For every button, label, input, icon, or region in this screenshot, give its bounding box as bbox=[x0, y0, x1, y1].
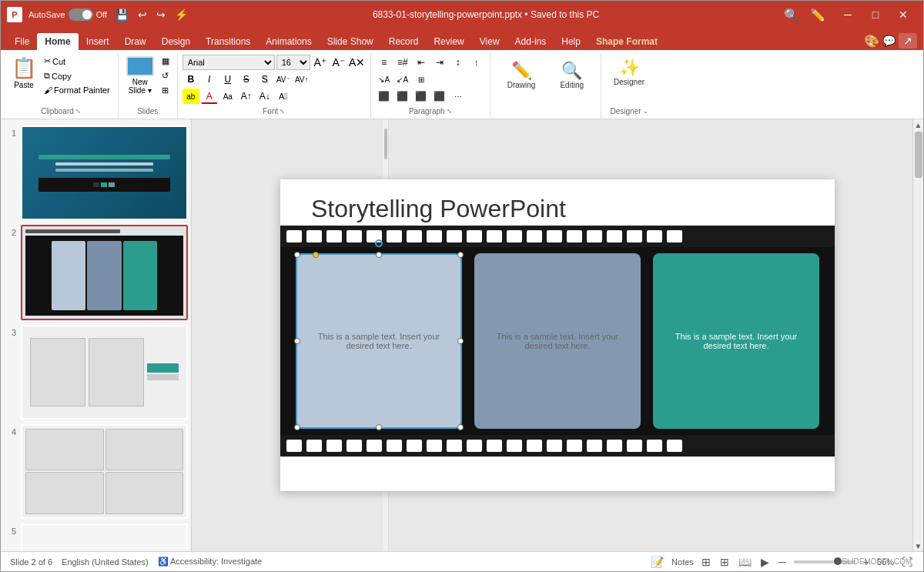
slide-thumb-3[interactable]: 3 bbox=[4, 325, 188, 420]
font-color-button[interactable]: A bbox=[201, 89, 218, 104]
slide-thumb-5[interactable]: 5 📚 bbox=[4, 523, 188, 551]
char-spacing-button[interactable]: AV⁻ bbox=[275, 72, 292, 87]
handle-br[interactable] bbox=[457, 424, 464, 430]
copy-button[interactable]: ⧉ Copy bbox=[41, 69, 113, 82]
slide-sorter-icon[interactable]: ⊞ bbox=[718, 554, 731, 570]
align-right-button[interactable]: ⬛ bbox=[413, 89, 430, 104]
zoom-out-icon[interactable]: ─ bbox=[777, 554, 788, 570]
designer-expand-icon[interactable]: ⌄ bbox=[643, 108, 648, 115]
reading-view-icon[interactable]: 📖 bbox=[737, 554, 753, 570]
share-button[interactable]: ↗ bbox=[899, 33, 917, 49]
tab-help[interactable]: Help bbox=[554, 33, 588, 50]
scroll-thumb[interactable] bbox=[915, 132, 922, 178]
align-center-button[interactable]: ⬛ bbox=[394, 89, 411, 104]
handle-tr[interactable] bbox=[457, 252, 464, 258]
handle-bl[interactable] bbox=[294, 424, 300, 430]
tab-animations[interactable]: Animations bbox=[258, 33, 319, 50]
italic-button[interactable]: I bbox=[201, 72, 218, 87]
clear-format-button[interactable]: A✕ bbox=[349, 55, 366, 70]
increase-indent-button[interactable]: ⇥ bbox=[431, 55, 448, 70]
layout-button[interactable]: ▦ bbox=[159, 55, 172, 68]
tab-addins[interactable]: Add-ins bbox=[507, 33, 554, 50]
scroll-down-arrow[interactable]: ▼ bbox=[913, 540, 924, 551]
share-icon[interactable]: ✏️ bbox=[808, 6, 828, 24]
notes-button[interactable]: 📝 bbox=[649, 554, 665, 570]
drawing-button[interactable]: ✏️ Drawing bbox=[500, 58, 544, 92]
rotate-handle[interactable] bbox=[375, 239, 383, 247]
slide-thumb-1[interactable]: 1 bbox=[4, 125, 188, 220]
highlight-button[interactable]: ab bbox=[182, 89, 199, 104]
smart-lookup-button[interactable]: ⋯ bbox=[450, 89, 467, 104]
text-direction2-button[interactable]: ↙A bbox=[394, 72, 411, 87]
justify-button[interactable]: ⬛ bbox=[431, 89, 448, 104]
restore-button[interactable]: □ bbox=[862, 1, 889, 28]
handle-mr[interactable] bbox=[457, 338, 464, 344]
cols-button[interactable]: ⫶ bbox=[468, 55, 485, 70]
increase-font-button[interactable]: A⁺ bbox=[312, 55, 329, 70]
panel-scroll-thumb[interactable] bbox=[384, 129, 387, 159]
numbering-button[interactable]: ≡# bbox=[394, 55, 411, 70]
slide-thumb-4[interactable]: 4 bbox=[4, 424, 188, 519]
clear-all-button[interactable]: A⃝ bbox=[275, 89, 292, 104]
format-painter-button[interactable]: 🖌 Format Painter bbox=[41, 84, 113, 96]
tab-transitions[interactable]: Transitions bbox=[198, 33, 258, 50]
scroll-up-arrow[interactable]: ▲ bbox=[913, 119, 924, 130]
autosave-toggle[interactable] bbox=[69, 8, 93, 21]
film-frame-3[interactable]: This is a sample text. Insert your desir… bbox=[653, 253, 819, 429]
comments-icon[interactable]: 💬 bbox=[882, 35, 896, 47]
decrease-font-button[interactable]: A⁻ bbox=[330, 55, 347, 70]
yellow-handle[interactable] bbox=[313, 252, 319, 258]
redo-icon[interactable]: ↪ bbox=[154, 7, 168, 22]
handle-ml[interactable] bbox=[294, 338, 300, 344]
bullets-button[interactable]: ≡ bbox=[376, 55, 393, 70]
text-direction-button[interactable]: ↘A bbox=[376, 72, 393, 87]
handle-tl[interactable] bbox=[294, 252, 300, 258]
handle-bm[interactable] bbox=[376, 424, 382, 430]
new-slide-button[interactable]: New Slide ▾ bbox=[123, 55, 157, 96]
line-spacing-button[interactable]: ↕ bbox=[450, 55, 467, 70]
decrease-size-button[interactable]: A↓ bbox=[256, 89, 273, 104]
notes-label[interactable]: Notes bbox=[671, 557, 694, 567]
slideshow-icon[interactable]: ▶ bbox=[759, 554, 771, 570]
designer-button[interactable]: ✨ Designer bbox=[606, 55, 652, 89]
shadow-button[interactable]: S bbox=[256, 72, 273, 87]
close-button[interactable]: ✕ bbox=[889, 1, 917, 28]
film-frame-2[interactable]: This is a sample text. Insert your desir… bbox=[474, 253, 641, 429]
clipboard-expand-icon[interactable]: ⤡ bbox=[75, 108, 81, 115]
slide-thumb-2[interactable]: 2 bbox=[4, 225, 188, 319]
paste-button[interactable]: 📋 Paste bbox=[8, 55, 39, 91]
underline-button[interactable]: U bbox=[219, 72, 236, 87]
tab-slideshow[interactable]: Slide Show bbox=[320, 33, 381, 50]
font-name-select[interactable]: Arial bbox=[182, 55, 275, 70]
cut-button[interactable]: ✂ Cut bbox=[41, 55, 113, 68]
normal-view-icon[interactable]: ⊞ bbox=[700, 554, 712, 570]
align-left-button[interactable]: ⬛ bbox=[376, 89, 393, 104]
tab-view[interactable]: View bbox=[472, 33, 507, 50]
tab-review[interactable]: Review bbox=[426, 33, 471, 50]
strikethrough-button[interactable]: S bbox=[238, 72, 255, 87]
search-icon[interactable]: 🔍 bbox=[782, 6, 802, 24]
save-icon[interactable]: 💾 bbox=[113, 7, 131, 22]
tab-design[interactable]: Design bbox=[154, 33, 198, 50]
ribbon-collapse-icon[interactable]: 🎨 bbox=[864, 34, 879, 49]
tab-draw[interactable]: Draw bbox=[117, 33, 154, 50]
tab-record[interactable]: Record bbox=[381, 33, 427, 50]
tab-insert[interactable]: Insert bbox=[79, 33, 117, 50]
film-frame-1[interactable]: This is a sample text. Insert your desir… bbox=[296, 253, 462, 429]
tab-shape-format[interactable]: Shape Format bbox=[588, 33, 665, 50]
customize-qa-icon[interactable]: ⚡ bbox=[172, 7, 190, 22]
editing-button[interactable]: 🔍 Editing bbox=[552, 58, 591, 92]
char-spacing2-button[interactable]: AV↑ bbox=[293, 72, 310, 87]
font-size-select[interactable]: 16 bbox=[276, 55, 310, 70]
tab-home[interactable]: Home bbox=[37, 33, 78, 50]
font-expand-icon[interactable]: ⤡ bbox=[280, 108, 285, 115]
undo-icon[interactable]: ↩ bbox=[136, 7, 149, 22]
decrease-indent-button[interactable]: ⇤ bbox=[413, 55, 430, 70]
handle-tm[interactable] bbox=[376, 252, 382, 258]
tab-file[interactable]: File bbox=[7, 33, 37, 50]
bold-button[interactable]: B bbox=[182, 72, 199, 87]
minimize-button[interactable]: ─ bbox=[834, 1, 862, 28]
convert-to-smartart-button[interactable]: ⊞ bbox=[413, 72, 430, 87]
section-button[interactable]: ⊞ bbox=[159, 84, 172, 97]
reset-button[interactable]: ↺ bbox=[159, 69, 172, 82]
